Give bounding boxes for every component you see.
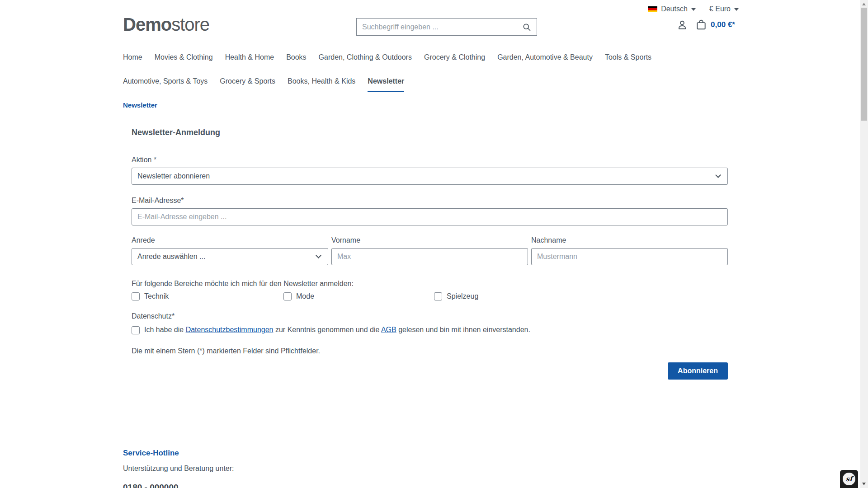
cart-total: 0,00 €* [711, 20, 735, 29]
language-label: Deutsch [661, 5, 688, 13]
checkbox-spielzeug[interactable] [434, 292, 442, 300]
checkbox-mode[interactable] [283, 292, 292, 300]
title-divider [132, 143, 728, 143]
footer-hotline-title[interactable]: Service-Hotline [123, 449, 860, 458]
nav-item-home[interactable]: Home [123, 53, 142, 67]
chevron-down-icon [734, 8, 739, 11]
footer-hotline-subtitle: Unterstützung und Beratung unter: [123, 465, 860, 473]
cart-button[interactable]: 0,00 €* [695, 19, 735, 31]
salutation-label: Anrede [132, 236, 328, 244]
shopping-bag-icon [695, 19, 707, 31]
scrollbar-up-arrow-icon[interactable] [862, 3, 866, 5]
chevron-down-icon [715, 172, 721, 178]
newsletter-form: Newsletter-Anmeldung Aktion * Newsletter… [132, 128, 728, 380]
topic-technik-label: Technik [144, 292, 169, 300]
last-name-label: Nachname [531, 236, 728, 244]
last-name-field[interactable] [531, 248, 728, 265]
nav-item-grocery-clothing[interactable]: Grocery & Clothing [424, 53, 485, 67]
action-select[interactable]: Newsletter abonnieren [132, 168, 728, 185]
nav-item-garden-automotive-beauty[interactable]: Garden, Automotive & Beauty [497, 53, 593, 67]
chevron-down-icon [316, 253, 321, 258]
newsletter-page: Deutsch € Euro Demostore [0, 0, 868, 488]
main-nav-row-2: Automotive, Sports & Toys Grocery & Spor… [123, 77, 728, 92]
account-button[interactable] [676, 19, 688, 31]
topic-technik-option[interactable]: Technik [132, 292, 283, 300]
form-title: Newsletter-Anmeldung [132, 128, 728, 137]
currency-label: € Euro [709, 5, 731, 13]
top-bar: Deutsch € Euro [123, 0, 739, 14]
privacy-policy-link[interactable]: Datenschutzbestimmungen [186, 326, 274, 333]
logo-light-part: store [171, 14, 209, 34]
privacy-label: Datenschutz* [132, 312, 728, 320]
action-select-value: Newsletter abonnieren [137, 172, 210, 180]
nav-item-movies-clothing[interactable]: Movies & Clothing [155, 53, 213, 67]
logo-bold-part: Demo [123, 14, 171, 34]
user-icon [676, 19, 688, 31]
scrollbar-thumb[interactable] [861, 8, 867, 121]
required-fields-note: Die mit einem Stern (*) markierten Felde… [132, 347, 728, 355]
footer-phone-number: 0180 - 000000 [123, 483, 860, 488]
nav-item-automotive-sports-toys[interactable]: Automotive, Sports & Toys [123, 77, 208, 92]
topics-intro: Für folgende Bereiche möchte ich mich fü… [132, 280, 728, 288]
main-nav-row-1: Home Movies & Clothing Health & Home Boo… [123, 53, 728, 67]
language-selector[interactable]: Deutsch [648, 5, 696, 13]
nav-item-books[interactable]: Books [286, 53, 306, 67]
action-label: Aktion * [132, 156, 728, 164]
header: Demostore [123, 15, 728, 42]
nav-item-garden-clothing-outdoors[interactable]: Garden, Clothing & Outdoors [319, 53, 412, 67]
checkbox-privacy[interactable] [132, 326, 140, 334]
search-bar [356, 18, 537, 36]
symfony-profiler-badge[interactable]: sf [840, 470, 858, 488]
salutation-select[interactable]: Anrede auswählen ... [132, 248, 328, 265]
privacy-consent-text: Ich habe die Datenschutzbestimmungen zur… [144, 326, 530, 334]
topic-spielzeug-label: Spielzeug [447, 292, 478, 300]
nav-item-tools-sports[interactable]: Tools & Sports [605, 53, 651, 67]
footer: Service-Hotline Unterstützung und Beratu… [0, 425, 860, 488]
salutation-select-value: Anrede auswählen ... [137, 253, 205, 261]
checkbox-technik[interactable] [132, 292, 140, 300]
breadcrumb[interactable]: Newsletter [123, 101, 728, 109]
search-button[interactable] [517, 19, 537, 35]
vertical-scrollbar[interactable] [860, 0, 868, 488]
nav-item-newsletter[interactable]: Newsletter [368, 77, 404, 92]
search-input[interactable] [357, 23, 517, 31]
email-label: E-Mail-Adresse* [132, 197, 728, 205]
first-name-field[interactable] [331, 248, 528, 265]
nav-item-books-health-kids[interactable]: Books, Health & Kids [288, 77, 355, 92]
search-icon [522, 23, 531, 32]
nav-item-grocery-sports[interactable]: Grocery & Sports [220, 77, 275, 92]
german-flag-icon [648, 6, 657, 12]
chevron-down-icon [691, 8, 696, 11]
symfony-logo-icon: sf [843, 473, 855, 485]
privacy-text-1: Ich habe die [144, 326, 186, 333]
email-field[interactable] [132, 208, 728, 225]
topics-checkbox-row: Technik Mode Spielzeug [132, 292, 728, 300]
topic-mode-label: Mode [296, 292, 314, 300]
subscribe-button[interactable]: Abonnieren [668, 362, 728, 380]
scrollbar-down-arrow-icon[interactable] [862, 483, 866, 485]
currency-selector[interactable]: € Euro [709, 5, 739, 13]
terms-link[interactable]: AGB [381, 326, 396, 333]
first-name-label: Vorname [331, 236, 528, 244]
privacy-consent-row: Ich habe die Datenschutzbestimmungen zur… [132, 326, 728, 334]
topic-spielzeug-option[interactable]: Spielzeug [434, 292, 478, 300]
topic-mode-option[interactable]: Mode [283, 292, 434, 300]
store-logo[interactable]: Demostore [123, 14, 209, 35]
privacy-text-3: gelesen und bin mit ihnen einverstanden. [396, 326, 530, 333]
nav-item-health-home[interactable]: Health & Home [225, 53, 274, 67]
privacy-text-2: zur Kenntnis genommen und die [274, 326, 381, 333]
